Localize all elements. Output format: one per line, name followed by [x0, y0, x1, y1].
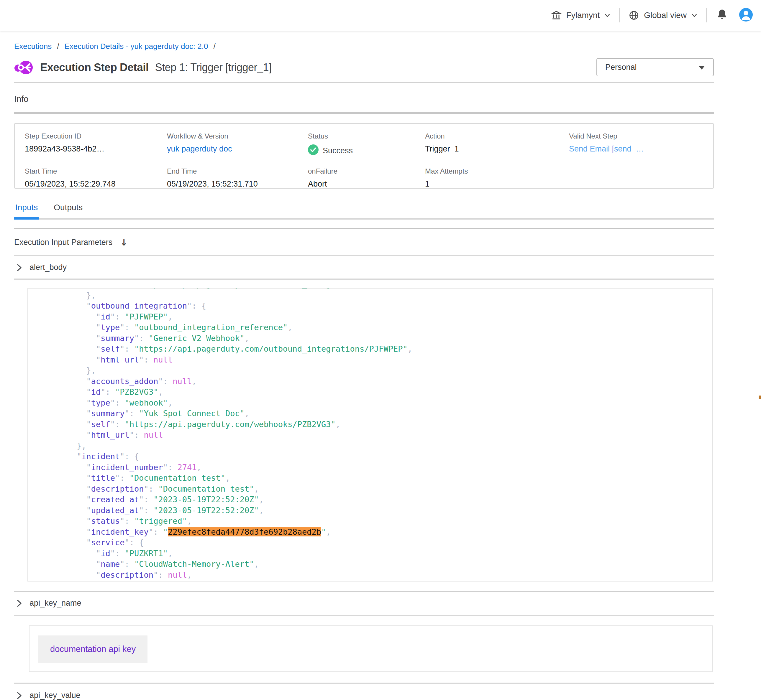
view-label: Global view [644, 11, 687, 20]
param-row-api-key-value[interactable]: api_key_value [14, 691, 714, 700]
bell-icon [717, 9, 727, 22]
info-card: Step Execution ID 18992a43-9538-4b2… Wor… [14, 123, 714, 189]
top-bar: Fylamynt Global view [0, 0, 761, 31]
field-value: 18992a43-9538-4b2… [25, 144, 167, 153]
main-content: Executions / Execution Details - yuk pag… [0, 42, 761, 700]
divider [14, 591, 714, 592]
field-label: Status [308, 132, 425, 140]
field-workflow-version: Workflow & Version yuk pagerduty doc [167, 132, 308, 157]
breadcrumb-executions[interactable]: Executions [14, 42, 52, 51]
field-end-time: End Time 05/19/2023, 15:52:31.710 [167, 167, 308, 189]
chevron-right-icon [17, 692, 22, 699]
divider [14, 278, 714, 280]
breadcrumb-execution-details[interactable]: Execution Details - yuk pagerduty doc: 2… [64, 42, 208, 51]
field-label: onFailure [308, 167, 425, 175]
field-label: Max Attempts [425, 167, 569, 175]
page-title: Execution Step Detail [40, 61, 149, 74]
scope-select-value: Personal [605, 63, 637, 72]
tab-outputs[interactable]: Outputs [53, 203, 84, 218]
breadcrumb-separator: / [213, 42, 215, 51]
field-value: 1 [425, 180, 569, 189]
param-label: api_key_name [30, 598, 81, 608]
avatar-icon [739, 8, 753, 23]
workflow-logo-icon [14, 60, 34, 75]
status-text: Success [323, 146, 353, 155]
tab-inputs[interactable]: Inputs [14, 203, 39, 218]
field-value: 05/19/2023, 15:52:29.748 [25, 180, 167, 189]
scope-select[interactable]: Personal [597, 58, 714, 77]
field-step-execution-id: Step Execution ID 18992a43-9538-4b2… [25, 132, 167, 157]
json-code: "self": "https://api.pagerduty.com/outbo… [28, 288, 712, 581]
chevron-down-icon [604, 13, 610, 17]
status-badge: Success [308, 144, 425, 157]
tab-bar: Inputs Outputs [14, 203, 714, 220]
field-label: Step Execution ID [25, 132, 167, 140]
success-check-icon [308, 144, 319, 157]
chevron-right-icon [17, 600, 22, 607]
workflow-link[interactable]: yuk pagerduty doc [167, 144, 308, 153]
scrollbar-highlight-mark [759, 395, 761, 399]
execution-input-parameters-header: Execution Input Parameters ↓ [14, 237, 714, 248]
field-value: Abort [308, 180, 425, 189]
breadcrumb: Executions / Execution Details - yuk pag… [14, 42, 714, 51]
field-value: Trigger_1 [425, 144, 569, 153]
field-max-attempts: Max Attempts 1 [425, 167, 569, 189]
field-valid-next-step: Valid Next Step Send Email [send_… [569, 132, 713, 157]
globe-icon [629, 10, 639, 20]
chevron-right-icon [17, 264, 22, 272]
user-menu[interactable] [738, 8, 753, 23]
param-label: api_key_value [30, 691, 80, 700]
divider [14, 615, 714, 616]
field-label: Workflow & Version [167, 132, 308, 140]
caret-down-icon [698, 63, 705, 72]
page-header: Execution Step Detail Step 1: Trigger [t… [14, 58, 714, 77]
param-label: alert_body [30, 263, 67, 272]
view-selector[interactable]: Global view [620, 10, 706, 20]
field-start-time: Start Time 05/19/2023, 15:52:29.748 [25, 167, 167, 189]
param-row-api-key-name[interactable]: api_key_name [14, 598, 714, 608]
field-label: Start Time [25, 167, 167, 175]
notifications-button[interactable] [707, 9, 738, 22]
divider [14, 255, 714, 256]
field-value: 05/19/2023, 15:52:31.710 [167, 180, 308, 189]
info-heading: Info [14, 94, 714, 104]
divider [14, 683, 714, 684]
collapse-arrow-icon[interactable]: ↓ [120, 237, 128, 248]
param-row-alert-body[interactable]: alert_body [14, 263, 714, 272]
chevron-down-icon [691, 13, 697, 17]
field-action: Action Trigger_1 [425, 132, 569, 157]
org-selector[interactable]: Fylamynt [542, 10, 619, 20]
organization-bank-icon [551, 10, 562, 20]
api-key-name-chip[interactable]: documentation api key [38, 636, 147, 663]
divider [14, 112, 714, 114]
field-label: Action [425, 132, 569, 140]
execution-input-parameters-title: Execution Input Parameters [14, 238, 113, 247]
divider [14, 82, 714, 83]
api-key-name-value-panel: documentation api key [29, 625, 712, 672]
field-status: Status Success [308, 132, 425, 157]
next-step-link[interactable]: Send Email [send_… [569, 144, 713, 153]
field-label: Valid Next Step [569, 132, 713, 140]
breadcrumb-separator: / [57, 42, 59, 51]
page-subtitle: Step 1: Trigger [trigger_1] [155, 61, 272, 74]
field-onfailure: onFailure Abort [308, 167, 425, 189]
divider [14, 228, 714, 229]
field-label: End Time [167, 167, 308, 175]
org-label: Fylamynt [566, 11, 600, 20]
alert-body-json-viewer[interactable]: "self": "https://api.pagerduty.com/outbo… [27, 288, 713, 581]
